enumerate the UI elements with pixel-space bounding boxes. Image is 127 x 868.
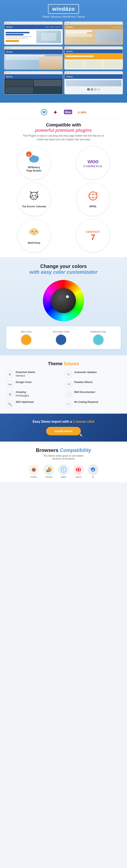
install-demo-label: Install demo — [54, 429, 73, 433]
futures-admin-icon: ⚙ — [6, 371, 13, 378]
compat-section: W ✦ Woo ⊙ WPML Compatible with powerful … — [0, 103, 127, 257]
svg-text:✦: ✦ — [53, 110, 57, 115]
chrome-name: Chrome — [45, 476, 52, 478]
plugin-grid: $64 WPBakeryPage Builder woo COMMERCE — [4, 146, 123, 252]
futures-grid: ⚙ Powerfull AdminInterface ↻ Automatic U… — [4, 371, 123, 408]
woo-commerce-text: COMMERCE — [83, 165, 102, 168]
swatch-secondary: Secondary Color — [52, 331, 70, 345]
svg-line-13 — [30, 196, 32, 197]
futures-docs-text: Well Documented — [74, 391, 95, 394]
install-demo-button[interactable]: Install demo ↖ — [46, 427, 81, 435]
events-name: The Events Calendar — [22, 205, 46, 208]
plugin-card-wpml: WPML — [77, 183, 110, 216]
futures-updates-text: Automatic Updates — [74, 371, 97, 374]
browser-title: Browsers Compatibility — [4, 447, 123, 453]
wpbakery-name: WPBakeryPage Builder — [27, 166, 41, 173]
futures-title: Theme futures — [4, 361, 123, 367]
futures-fonts-icon: Aa — [6, 380, 13, 388]
futures-fonts-text: Google Fonts — [16, 380, 32, 384]
demo-section: Easy Demo import with a 1 mouse click Ea… — [0, 414, 127, 441]
screenshot-5: Windazo — [4, 71, 63, 94]
svg-text:Woo: Woo — [65, 111, 71, 114]
safari-name: Safari — [61, 476, 66, 478]
cursor-icon: ↖ — [79, 433, 83, 438]
compat-title: Compatible with powerful premium plugins — [4, 122, 123, 133]
browser-icons-row: Firefox Chrome — [4, 464, 123, 478]
plugin-card-wpbakery: $64 WPBakeryPage Builder — [17, 146, 50, 179]
futures-homepages-text: AmazingHomepages — [16, 391, 29, 398]
firefox-icon — [29, 464, 39, 475]
svg-point-29 — [36, 231, 36, 231]
svg-point-33 — [33, 469, 34, 470]
screenshot-grid: Windazo Home About Services — [4, 22, 123, 94]
futures-seo-text: SEO Optimized — [16, 400, 34, 404]
svg-line-15 — [36, 196, 39, 197]
screenshot-3: Windazo — [4, 46, 63, 69]
color-swatches-card: Main Color Secondary Color Additional Co… — [6, 326, 121, 349]
futures-item-seo: 🔍 SEO Optimized — [6, 400, 62, 408]
mailchimp-icon — [28, 226, 40, 240]
color-section: Change your colors with easy color custo… — [0, 257, 127, 355]
color-wheel-knob — [51, 288, 76, 313]
plugin-card-events: The Events Calendar — [17, 183, 50, 216]
wpbakery-icon: $64 — [28, 153, 40, 164]
futures-docs-icon: 📄 — [65, 391, 72, 398]
tagline: Plastic Windows WordPress Theme — [4, 15, 123, 18]
plugin-card-mailchimp: MailChimp — [17, 219, 50, 252]
browser-item-chrome: Chrome — [43, 464, 54, 478]
browser-item-opera: Opera — [73, 464, 84, 478]
logo-box: windázo — [48, 4, 79, 14]
plugin-card-cf7: CONTACT 7 — [77, 219, 110, 252]
browser-section: Browsers Compatibility The theme looks g… — [0, 441, 127, 482]
woo-logo-text: woo — [83, 158, 102, 165]
opera-name: Opera — [76, 476, 81, 478]
futures-nocoding-text: No Coding Required — [74, 400, 98, 404]
woo-icon: woo COMMERCE — [83, 158, 102, 168]
swatch-additional-label: Additional Color — [90, 331, 107, 333]
swatch-main-label: Main Color — [21, 331, 32, 333]
futures-homepages-icon: ⊞ — [6, 391, 13, 398]
partner-logos-row: W ✦ Woo ⊙ WPML — [4, 106, 123, 119]
futures-parallax-text: Parallax Effects — [74, 380, 93, 384]
color-title: Change your colors with easy color custo… — [4, 264, 123, 275]
futures-seo-icon: 🔍 — [6, 400, 13, 408]
color-swatches-row: Main Color Secondary Color Additional Co… — [10, 331, 117, 345]
futures-item-parallax: ⟲ Parallax Effects — [65, 380, 121, 388]
svg-text:W: W — [42, 111, 46, 114]
browser-desc: The theme looks great on all modernversi… — [4, 454, 123, 460]
futures-item-docs: 📄 Well Documented — [65, 391, 121, 398]
chrome-icon — [43, 464, 54, 475]
events-icon — [29, 190, 40, 204]
svg-point-11 — [32, 195, 33, 196]
swatch-main-circle — [21, 335, 31, 345]
screenshot-6: Windazo — [64, 71, 123, 94]
swatch-secondary-circle — [56, 335, 66, 345]
screenshot-4: Windazo — [64, 46, 123, 69]
svg-point-9 — [31, 155, 36, 159]
futures-nocoding-icon: </> — [65, 400, 72, 408]
futures-admin-text: Powerfull AdminInterface — [16, 371, 35, 378]
safari-icon — [58, 464, 69, 475]
swatch-secondary-label: Secondary Color — [52, 331, 70, 333]
demo-title: Easy Demo import with a 1 mouse click Ea… — [4, 420, 123, 424]
swatch-additional: Additional Color — [90, 331, 107, 345]
svg-point-42 — [76, 467, 81, 472]
color-wheel-dot — [66, 295, 69, 298]
firefox-name: Firefox — [31, 476, 37, 478]
swatch-additional-circle — [93, 335, 103, 345]
svg-point-25 — [37, 231, 39, 233]
woocommerce-logo-small: Woo — [64, 109, 72, 115]
svg-point-12 — [35, 195, 36, 196]
svg-text:⊙ WPML: ⊙ WPML — [78, 111, 86, 114]
browser-item-safari: Safari — [58, 464, 69, 478]
swatch-main: Main Color — [21, 331, 32, 345]
plugin-card-woo: woo COMMERCE — [77, 146, 110, 179]
futures-item-admin: ⚙ Powerfull AdminInterface — [6, 371, 62, 378]
color-wheel-container — [43, 280, 84, 321]
wordpress-logo: W — [41, 109, 47, 116]
futures-updates-icon: ↻ — [65, 371, 72, 378]
futures-parallax-icon: ⟲ — [65, 380, 72, 388]
elementor-logo: ✦ — [52, 109, 59, 116]
hero-section: windázo Plastic Windows WordPress Theme … — [0, 0, 127, 103]
wpml-name: WPML — [89, 205, 97, 208]
